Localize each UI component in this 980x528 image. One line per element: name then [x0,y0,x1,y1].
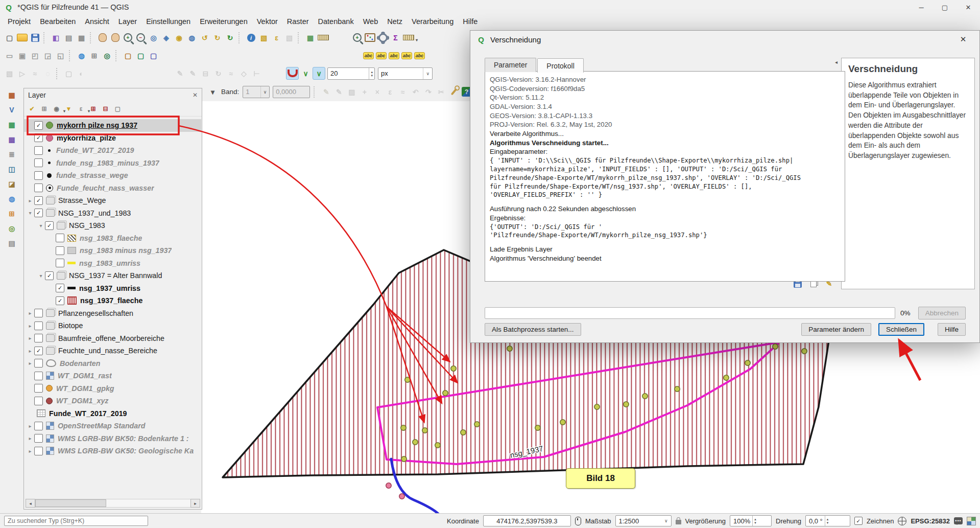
tree-caret-icon[interactable]: ▸ [26,360,34,366]
layer-checkbox[interactable] [34,359,43,368]
layer-labeling-icon[interactable]: abc [363,50,374,62]
layer-checkbox[interactable]: ✓ [34,196,43,205]
close-dialog-button[interactable]: Schließen [878,323,924,336]
layer-checkbox[interactable] [34,171,43,180]
layer-checkbox[interactable] [56,246,64,255]
layer-row[interactable]: ✓mykorrh pilze nsg 1937 [24,119,201,132]
zoom-in-icon[interactable]: + [122,32,134,43]
messages-icon[interactable]: ••• [954,517,963,524]
redo-icon[interactable]: ↷ [422,86,434,98]
menu-netz[interactable]: Netz [383,16,407,27]
layer-checkbox[interactable] [34,422,43,430]
layer-row[interactable]: ▾✓NSG_1983 [24,219,201,232]
layer-checkbox[interactable] [34,384,43,393]
band-value-field[interactable]: 0,0000 [273,86,310,98]
statistics-panel-icon[interactable]: Σ [390,32,401,43]
menu-raster[interactable]: Raster [282,16,314,27]
layer-checkbox[interactable]: ✓ [45,271,54,280]
dialog-title-bar[interactable]: Q Verschneidung ✕ [470,31,979,48]
new-geopackage-layer-icon[interactable]: ▢ [135,50,147,62]
scroll-track[interactable] [35,499,190,508]
move-label-icon[interactable]: abc [401,50,413,62]
save-layer-edits-icon[interactable]: ✎ [333,86,345,98]
add-wms-layer-icon[interactable]: ◍ [6,193,18,204]
layer-row[interactable]: ▸✓Strasse_Wege [24,194,201,207]
layer-row[interactable]: ✓nsg_1937_flaeche [24,294,201,307]
layers-horizontal-scrollbar[interactable]: ◂ ▸ [26,499,200,508]
change-label-icon[interactable]: abc [414,50,425,62]
zoom-full-extent-icon[interactable]: ◈ [160,32,172,43]
tree-caret-icon[interactable]: ▸ [26,310,34,316]
reshape-features-icon[interactable]: ◇ [238,67,250,79]
add-raster-layer-icon[interactable]: ▦ [6,119,18,130]
tree-caret-icon[interactable]: ▸ [26,323,34,329]
search-layers-icon[interactable]: + [351,32,363,43]
menu-verarbeitung[interactable]: Verarbeitung [407,16,458,27]
help-button[interactable]: Hilfe [938,323,966,336]
add-delimited-text-icon[interactable]: ≣ [6,148,18,160]
vertex-tool-active-icon[interactable]: ✎ [187,67,199,79]
log-output[interactable]: QGIS-Version: 3.16.2-HannoverQGIS-Codeve… [485,71,845,282]
zoom-next-icon[interactable]: ↻ [211,32,223,43]
filter-legend-icon[interactable]: ▼ [63,104,74,114]
zoom-to-selection-icon[interactable]: ◉ [173,32,185,43]
layer-row[interactable]: ▸WMS LGRB-BW GK50: Geologische Ka [24,445,201,457]
layer-checkbox[interactable] [34,309,43,317]
menu-datenbank[interactable]: Datenbank [314,16,358,27]
layer-row[interactable]: ▸WMS LGRB-BW BK50: Bodenkarte 1 : [24,432,201,445]
snapping-intersection-icon[interactable]: ∨ [313,67,325,80]
layer-checkbox[interactable] [34,397,43,405]
scroll-right-icon[interactable]: ▸ [190,499,200,508]
layer-checkbox[interactable] [34,447,43,455]
layer-checkbox[interactable] [34,434,43,443]
layer-checkbox[interactable]: ✓ [34,133,43,142]
trim-extend-icon[interactable]: ⊢ [251,67,262,79]
add-spatialite-layer-icon[interactable]: ◪ [6,178,18,190]
cut-features-icon[interactable]: ✂ [435,86,447,98]
collapse-help-panel-icon[interactable]: ◂ [835,59,838,65]
menu-hilfe[interactable]: Hilfe [458,16,482,27]
scroll-left-icon[interactable]: ◂ [26,499,35,508]
layer-checkbox[interactable] [34,158,43,167]
multiedit-icon[interactable]: ⊟ [200,67,211,79]
form-annotation-icon[interactable]: ◱ [55,50,66,62]
layer-row[interactable]: ▾✓NSG_1937 = Alter Bannwald [24,269,201,282]
select-by-expression-icon[interactable]: ε [271,32,282,43]
spinner-arrows-icon[interactable]: ▴▾ [825,516,830,526]
add-feature-icon[interactable]: ▨ [346,86,357,98]
deselect-features-icon[interactable]: ▧ [283,32,295,43]
layer-checkbox[interactable] [34,322,43,330]
data-source-manager-icon[interactable]: ▦ [6,89,18,101]
menu-vektor[interactable]: Vektor [252,16,282,27]
scroll-thumb[interactable] [35,499,106,507]
menu-erweiterungen[interactable]: Erweiterungen [195,16,252,27]
select-rectangle-icon[interactable]: ▧ [4,67,15,79]
new-virtual-layer-icon[interactable]: ▢ [148,50,159,62]
layer-checkbox[interactable]: ✓ [45,221,54,230]
layer-checkbox[interactable] [34,334,43,342]
band-caret-icon[interactable]: ▾ [207,86,219,98]
tree-caret-icon[interactable]: ▸ [26,423,34,429]
svg-annotation-icon[interactable]: ◲ [42,50,54,62]
locator-search-input[interactable] [4,516,148,526]
metasearch-icon[interactable]: ◍ [76,50,87,62]
measure-line-icon[interactable] [317,32,329,43]
map-tasks-icon[interactable] [967,517,976,525]
snapping-unit-combo[interactable]: px∨ [378,67,433,80]
add-group-icon[interactable]: ⊞ [39,104,50,114]
osm-place-search-icon[interactable]: ◎ [101,50,113,62]
layer-row[interactable]: ✓nsg_1937_umriss [24,282,201,295]
lock-scale-icon[interactable] [676,520,681,524]
close-button[interactable]: ✕ [957,0,980,14]
field-calculator-icon[interactable] [364,32,376,43]
cancel-button[interactable]: Abbrechen [918,307,966,319]
tree-caret-icon[interactable]: ▸ [26,335,34,341]
text-annotation-icon[interactable]: ▣ [16,50,28,62]
simplify-feature-icon[interactable]: ≈ [225,67,237,79]
add-xyz-tiles-icon[interactable]: ⊞ [6,208,18,219]
layer-row[interactable]: ▸OpenStreetMap Standard [24,420,201,432]
tree-caret-icon[interactable]: ▾ [37,223,45,228]
processing-toolbox-icon[interactable] [377,32,389,43]
layer-checkbox[interactable]: ✓ [56,284,64,292]
style-dock-icon[interactable]: ▤ [6,237,18,249]
